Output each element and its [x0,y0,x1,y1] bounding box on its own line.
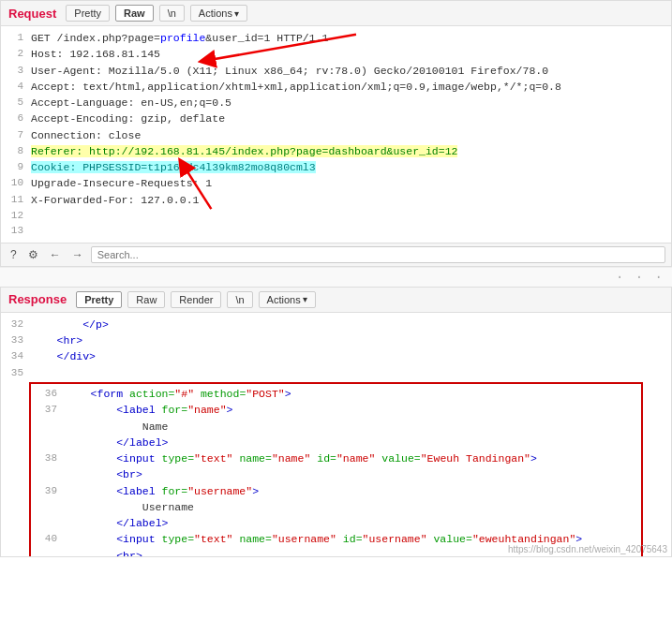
response-panel: Response Pretty Raw Render \n Actions 32… [0,287,672,557]
response-content: 32 </p> 33 <hr> 34 </div> 35 36 <form ac… [1,313,671,556]
line-9: 9 Cookie: PHPSESSID=t1p162dc4l39km82mo8q… [1,159,671,175]
resp-line-37b: Name [35,419,637,435]
line-6: 6 Accept-Encoding: gzip, deflate [1,111,671,126]
resp-line-34: 34 </div> [1,348,671,364]
resp-tab-pretty[interactable]: Pretty [76,291,122,308]
back-button[interactable]: ← [46,246,65,263]
tab-newline[interactable]: \n [159,5,185,22]
line-2: 2 Host: 192.168.81.145 [1,46,671,62]
resp-line-38: 38 <input type="text" name="name" id="na… [35,450,637,466]
resp-line-32: 32 </p> [1,317,671,332]
resp-line-36: 36 <form action="#" method="POST"> [35,386,637,402]
resp-line-35: 35 [1,365,671,381]
resp-line-39b: Username [35,499,637,515]
resp-line-33: 33 <hr> [1,332,671,348]
line-7: 7 Connection: close [1,127,671,143]
resp-line-39c: </label> [35,515,637,531]
resp-tab-render[interactable]: Render [171,291,221,308]
line-5: 5 Accept-Language: en-US,en;q=0.5 [1,95,671,111]
resp-line-37c: </label> [35,435,637,450]
line-13: 13 [1,223,671,239]
line-10: 10 Upgrade-Insecure-Requests: 1 [1,175,671,191]
tab-pretty[interactable]: Pretty [66,5,110,22]
help-button[interactable]: ? [7,246,21,263]
search-toolbar: ? ⚙ ← → [1,243,671,266]
tab-raw[interactable]: Raw [115,5,154,22]
line-12: 12 [1,208,671,224]
request-body: 1 GET /index.php?page=profile&user_id=1 … [1,26,671,266]
line-11: 11 X-Forwarded-For: 127.0.0.1 [1,192,671,208]
resp-line-38b: <br> [35,466,637,482]
tab-actions[interactable]: Actions [190,5,247,22]
request-title: Request [8,7,56,21]
line-8: 8 Referer: http://192.168.81.145/index.p… [1,143,671,159]
resp-tab-raw[interactable]: Raw [127,291,165,308]
resp-line-37: 37 <label for="name"> [35,402,637,418]
request-header: Request Pretty Raw \n Actions [1,1,671,26]
gear-button[interactable]: ⚙ [24,246,42,263]
line-1: 1 GET /index.php?page=profile&user_id=1 … [1,30,671,46]
watermark: https://blog.csdn.net/weixin_42075643 [508,544,667,554]
line-3: 3 User-Agent: Mozilla/5.0 (X11; Linux x8… [1,63,671,79]
search-input[interactable] [91,246,665,263]
resp-tab-newline[interactable]: \n [227,291,252,308]
forward-button[interactable]: → [68,246,87,263]
resp-line-39: 39 <label for="username"> [35,483,637,499]
response-header: Response Pretty Raw Render \n Actions [1,288,671,313]
divider-dots-area: · · · [0,267,672,287]
resp-tab-actions[interactable]: Actions [259,291,316,308]
response-title: Response [8,292,67,306]
request-content: 1 GET /index.php?page=profile&user_id=1 … [1,26,671,243]
request-panel: Request Pretty Raw \n Actions 1 GET /ind… [0,0,672,267]
line-4: 4 Accept: text/html,application/xhtml+xm… [1,79,671,95]
highlight-box: 36 <form action="#" method="POST"> 37 <l… [29,382,643,556]
